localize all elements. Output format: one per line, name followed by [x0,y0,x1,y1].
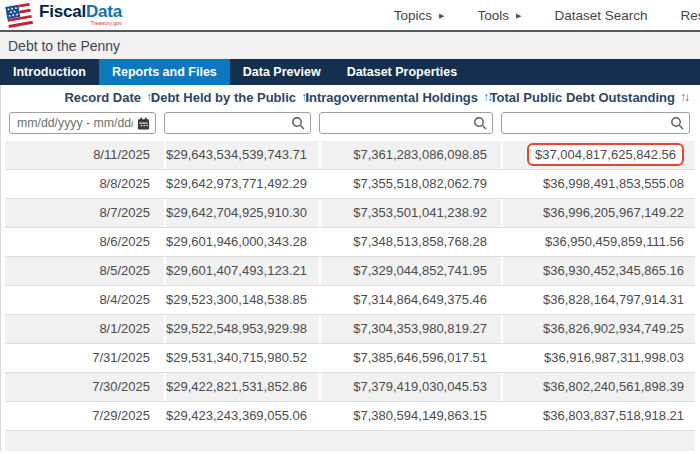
cell-record-date: 8/7/2025 [9,199,156,227]
table-filter-row [1,109,700,141]
calendar-icon[interactable] [136,116,150,130]
cell-record-date: 8/6/2025 [9,228,156,256]
filter-record-date [9,112,156,134]
page-title: Debt to the Penny [8,38,120,54]
nav-item-label: Topics [394,8,432,23]
table-header-row: Record Date↑↓Debt Held by the Public↑↓In… [1,85,700,109]
nav-item-tools[interactable]: Tools▶ [478,8,522,23]
column-search-input[interactable] [501,112,690,134]
column-header-intragovernmental-holdings: Intragovernmental Holdings↑↓ [319,90,493,105]
cell-intragovernmental-holdings: $7,355,518,082,062.79 [319,170,493,198]
table-rows: 8/11/2025$29,643,534,539,743.71$7,361,28… [1,141,700,431]
cell-total-public-debt-outstanding: $36,803,837,518,918.21 [501,402,690,430]
cell-debt-held-by-the-public: $29,531,340,715,980.52 [164,344,311,372]
column-header-label: Debt Held by the Public [151,90,296,105]
cell-intragovernmental-holdings: $7,385,646,596,017.51 [319,344,493,372]
top-nav: Topics▶Tools▶Dataset SearchResources [394,8,700,23]
nav-item-label: Resources [680,8,700,23]
logo-tagline: Treasury.gov [39,21,122,27]
cell-debt-held-by-the-public: $29,642,704,925,910.30 [164,199,311,227]
table-row-partial [5,431,695,451]
nav-item-label: Tools [478,8,510,23]
table-row: 7/31/2025$29,531,340,715,980.52$7,385,64… [5,344,695,373]
table-row: 7/29/2025$29,423,243,369,055.06$7,380,59… [5,402,695,431]
date-range-input[interactable] [9,112,156,134]
cell-record-date: 7/29/2025 [9,402,156,430]
tab-dataset-properties[interactable]: Dataset Properties [334,59,470,85]
column-header-debt-held-by-the-public: Debt Held by the Public↑↓ [164,90,311,105]
data-table: Record Date↑↓Debt Held by the Public↑↓In… [0,85,700,451]
highlighted-value-box: $37,004,817,625,842.56 [527,143,684,166]
cell-intragovernmental-holdings: $7,353,501,041,238.92 [319,199,493,227]
nav-item-dataset-search[interactable]: Dataset Search [554,8,647,23]
cell-intragovernmental-holdings: $7,348,513,858,768.28 [319,228,493,256]
column-header-label: Total Public Debt Outstanding [490,90,675,105]
cell-total-public-debt-outstanding: $36,828,164,797,914.31 [501,286,690,314]
site-header: FiscalData Treasury.gov Topics▶Tools▶Dat… [0,0,700,32]
cell-record-date: 7/31/2025 [9,344,156,372]
column-header-record-date: Record Date↑↓ [9,90,156,105]
cell-total-public-debt-outstanding: $36,826,902,934,749.25 [501,315,690,343]
cell-debt-held-by-the-public: $29,422,821,531,852.86 [164,373,311,401]
column-search-input[interactable] [164,112,311,134]
cell-debt-held-by-the-public: $29,523,300,148,538.85 [164,286,311,314]
cell-total-public-debt-outstanding: $36,930,452,345,865.16 [501,257,690,285]
logo-text: FiscalData Treasury.gov [39,3,122,27]
search-icon[interactable] [473,116,487,130]
table-row: 8/11/2025$29,643,534,539,743.71$7,361,28… [5,141,695,170]
nav-item-label: Dataset Search [554,8,647,23]
cell-intragovernmental-holdings: $7,329,044,852,741.95 [319,257,493,285]
cell-debt-held-by-the-public: $29,643,534,539,743.71 [164,141,311,169]
cell-intragovernmental-holdings: $7,314,864,649,375.46 [319,286,493,314]
table-row: 8/4/2025$29,523,300,148,538.85$7,314,864… [5,286,695,315]
nav-item-topics[interactable]: Topics▶ [394,8,445,23]
caret-right-icon: ▶ [439,12,444,19]
nav-item-resources[interactable]: Resources [680,8,700,23]
cell-total-public-debt-outstanding: $37,004,817,625,842.56 [501,141,690,169]
cell-intragovernmental-holdings: $7,379,419,030,045.53 [319,373,493,401]
filter-debt-held-by-the-public [164,112,311,134]
table-row: 7/30/2025$29,422,821,531,852.86$7,379,41… [5,373,695,402]
cell-intragovernmental-holdings: $7,380,594,149,863.15 [319,402,493,430]
tab-data-preview[interactable]: Data Preview [230,59,334,85]
table-row: 8/6/2025$29,601,946,000,343.28$7,348,513… [5,228,695,257]
column-header-label: Record Date [64,90,141,105]
table-row: 8/8/2025$29,642,973,771,492.29$7,355,518… [5,170,695,199]
column-header-label: Intragovernmental Holdings [305,90,478,105]
tab-reports-and-files[interactable]: Reports and Files [99,59,230,85]
cell-record-date: 8/1/2025 [9,315,156,343]
cell-debt-held-by-the-public: $29,642,973,771,492.29 [164,170,311,198]
cell-total-public-debt-outstanding: $36,998,491,853,555.08 [501,170,690,198]
cell-total-public-debt-outstanding: $36,950,459,859,111.56 [501,228,690,256]
flag-logo-icon [5,0,35,30]
filter-intragovernmental-holdings [319,112,493,134]
column-header-total-public-debt-outstanding: Total Public Debt Outstanding↑↓ [501,90,690,105]
cell-total-public-debt-outstanding: $36,996,205,967,149.22 [501,199,690,227]
cell-debt-held-by-the-public: $29,423,243,369,055.06 [164,402,311,430]
search-icon[interactable] [291,116,305,130]
table-row: 8/5/2025$29,601,407,493,123.21$7,329,044… [5,257,695,286]
cell-debt-held-by-the-public: $29,601,946,000,343.28 [164,228,311,256]
search-icon[interactable] [670,116,684,130]
tab-introduction[interactable]: Introduction [0,59,99,85]
filter-total-public-debt-outstanding [501,112,690,134]
cell-record-date: 7/30/2025 [9,373,156,401]
cell-record-date: 8/8/2025 [9,170,156,198]
table-row: 8/1/2025$29,522,548,953,929.98$7,304,353… [5,315,695,344]
cell-debt-held-by-the-public: $29,601,407,493,123.21 [164,257,311,285]
cell-record-date: 8/11/2025 [9,141,156,169]
cell-total-public-debt-outstanding: $36,802,240,561,898.39 [501,373,690,401]
column-search-input[interactable] [319,112,493,134]
caret-right-icon: ▶ [516,12,521,19]
cell-record-date: 8/5/2025 [9,257,156,285]
cell-intragovernmental-holdings: $7,304,353,980,819.27 [319,315,493,343]
cell-record-date: 8/4/2025 [9,286,156,314]
fiscaldata-logo[interactable]: FiscalData Treasury.gov [5,0,122,30]
tab-bar: IntroductionReports and FilesData Previe… [0,59,700,85]
table-row: 8/7/2025$29,642,704,925,910.30$7,353,501… [5,199,695,228]
cell-total-public-debt-outstanding: $36,916,987,311,998.03 [501,344,690,372]
cell-debt-held-by-the-public: $29,522,548,953,929.98 [164,315,311,343]
breadcrumb: Debt to the Penny [0,32,700,59]
logo-name: FiscalData [39,3,122,20]
sort-icon[interactable]: ↑↓ [680,90,690,104]
